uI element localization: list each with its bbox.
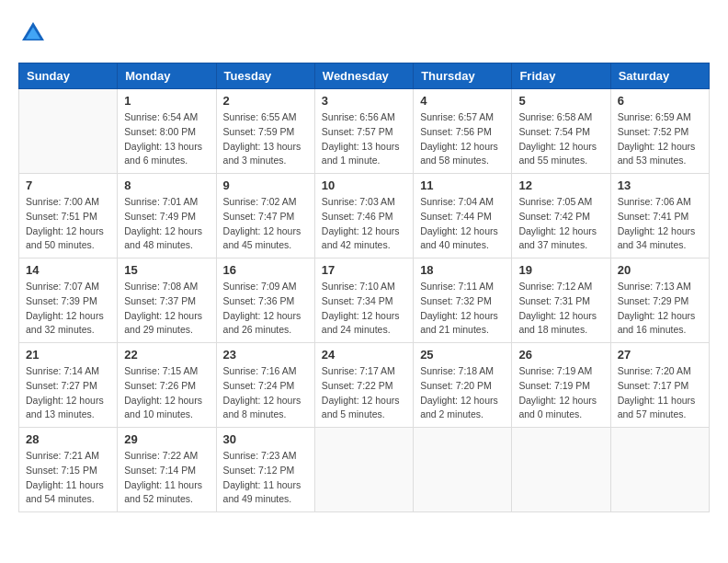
calendar-cell: 22Sunrise: 7:15 AMSunset: 7:26 PMDayligh… xyxy=(118,343,216,428)
calendar-cell: 6Sunrise: 6:59 AMSunset: 7:52 PMDaylight… xyxy=(610,89,709,174)
day-number: 20 xyxy=(618,263,702,277)
day-number: 17 xyxy=(322,263,406,277)
day-header-friday: Friday xyxy=(512,63,610,89)
day-info: Sunrise: 6:57 AMSunset: 7:56 PMDaylight:… xyxy=(420,110,505,168)
day-info: Sunrise: 7:05 AMSunset: 7:42 PMDaylight:… xyxy=(518,195,603,253)
calendar-cell: 3Sunrise: 6:56 AMSunset: 7:57 PMDaylight… xyxy=(314,89,413,174)
calendar-week-3: 14Sunrise: 7:07 AMSunset: 7:39 PMDayligh… xyxy=(19,259,710,343)
day-info: Sunrise: 7:18 AMSunset: 7:20 PMDaylight:… xyxy=(420,364,505,422)
day-info: Sunrise: 7:02 AMSunset: 7:47 PMDaylight:… xyxy=(223,195,308,253)
calendar-week-5: 28Sunrise: 7:21 AMSunset: 7:15 PMDayligh… xyxy=(19,428,710,512)
day-info: Sunrise: 7:08 AMSunset: 7:37 PMDaylight:… xyxy=(124,280,209,338)
day-number: 12 xyxy=(518,178,603,192)
calendar-cell: 25Sunrise: 7:18 AMSunset: 7:20 PMDayligh… xyxy=(414,343,512,428)
day-number: 16 xyxy=(223,263,308,277)
day-info: Sunrise: 7:01 AMSunset: 7:49 PMDaylight:… xyxy=(124,195,209,253)
calendar-cell: 21Sunrise: 7:14 AMSunset: 7:27 PMDayligh… xyxy=(19,343,118,428)
day-number: 4 xyxy=(420,94,505,108)
calendar-cell: 23Sunrise: 7:16 AMSunset: 7:24 PMDayligh… xyxy=(216,343,314,428)
day-info: Sunrise: 6:59 AMSunset: 7:52 PMDaylight:… xyxy=(618,110,702,168)
calendar-cell: 18Sunrise: 7:11 AMSunset: 7:32 PMDayligh… xyxy=(414,259,512,343)
calendar-cell: 10Sunrise: 7:03 AMSunset: 7:46 PMDayligh… xyxy=(314,174,413,259)
day-info: Sunrise: 7:06 AMSunset: 7:41 PMDaylight:… xyxy=(618,195,702,253)
calendar-cell: 27Sunrise: 7:20 AMSunset: 7:17 PMDayligh… xyxy=(610,343,709,428)
day-info: Sunrise: 7:20 AMSunset: 7:17 PMDaylight:… xyxy=(618,364,702,422)
day-header-tuesday: Tuesday xyxy=(216,63,314,89)
calendar-cell: 16Sunrise: 7:09 AMSunset: 7:36 PMDayligh… xyxy=(216,259,314,343)
day-number: 2 xyxy=(223,94,308,108)
calendar-cell: 30Sunrise: 7:23 AMSunset: 7:12 PMDayligh… xyxy=(216,428,314,512)
calendar-cell: 24Sunrise: 7:17 AMSunset: 7:22 PMDayligh… xyxy=(314,343,413,428)
day-info: Sunrise: 7:22 AMSunset: 7:14 PMDaylight:… xyxy=(124,449,209,507)
day-number: 8 xyxy=(124,178,209,192)
calendar-cell: 14Sunrise: 7:07 AMSunset: 7:39 PMDayligh… xyxy=(19,259,118,343)
day-info: Sunrise: 7:19 AMSunset: 7:19 PMDaylight:… xyxy=(518,364,603,422)
day-info: Sunrise: 7:21 AMSunset: 7:15 PMDaylight:… xyxy=(26,449,110,507)
day-number: 19 xyxy=(518,263,603,277)
day-info: Sunrise: 7:17 AMSunset: 7:22 PMDaylight:… xyxy=(322,364,406,422)
day-header-wednesday: Wednesday xyxy=(314,63,413,89)
day-info: Sunrise: 7:13 AMSunset: 7:29 PMDaylight:… xyxy=(618,280,702,338)
calendar-cell: 2Sunrise: 6:55 AMSunset: 7:59 PMDaylight… xyxy=(216,89,314,174)
calendar-cell: 19Sunrise: 7:12 AMSunset: 7:31 PMDayligh… xyxy=(512,259,610,343)
calendar-week-2: 7Sunrise: 7:00 AMSunset: 7:51 PMDaylight… xyxy=(19,174,710,259)
day-header-thursday: Thursday xyxy=(414,63,512,89)
day-info: Sunrise: 7:04 AMSunset: 7:44 PMDaylight:… xyxy=(420,195,505,253)
day-number: 1 xyxy=(124,94,209,108)
day-info: Sunrise: 7:07 AMSunset: 7:39 PMDaylight:… xyxy=(26,280,110,338)
day-number: 11 xyxy=(420,178,505,192)
calendar-cell: 29Sunrise: 7:22 AMSunset: 7:14 PMDayligh… xyxy=(118,428,216,512)
day-header-monday: Monday xyxy=(118,63,216,89)
calendar-cell: 28Sunrise: 7:21 AMSunset: 7:15 PMDayligh… xyxy=(19,428,118,512)
calendar-cell: 7Sunrise: 7:00 AMSunset: 7:51 PMDaylight… xyxy=(19,174,118,259)
day-number: 26 xyxy=(518,348,603,362)
day-number: 6 xyxy=(618,94,702,108)
calendar-cell: 12Sunrise: 7:05 AMSunset: 7:42 PMDayligh… xyxy=(512,174,610,259)
calendar-cell: 13Sunrise: 7:06 AMSunset: 7:41 PMDayligh… xyxy=(610,174,709,259)
day-number: 25 xyxy=(420,348,505,362)
day-info: Sunrise: 7:09 AMSunset: 7:36 PMDaylight:… xyxy=(223,280,308,338)
calendar-cell: 8Sunrise: 7:01 AMSunset: 7:49 PMDaylight… xyxy=(118,174,216,259)
day-info: Sunrise: 6:54 AMSunset: 8:00 PMDaylight:… xyxy=(124,110,209,168)
calendar-cell xyxy=(19,89,118,174)
day-number: 18 xyxy=(420,263,505,277)
day-info: Sunrise: 6:58 AMSunset: 7:54 PMDaylight:… xyxy=(518,110,603,168)
day-info: Sunrise: 6:56 AMSunset: 7:57 PMDaylight:… xyxy=(322,110,406,168)
calendar-cell: 9Sunrise: 7:02 AMSunset: 7:47 PMDaylight… xyxy=(216,174,314,259)
day-number: 14 xyxy=(26,263,110,277)
day-number: 30 xyxy=(223,432,308,446)
day-info: Sunrise: 7:11 AMSunset: 7:32 PMDaylight:… xyxy=(420,280,505,338)
calendar-cell: 4Sunrise: 6:57 AMSunset: 7:56 PMDaylight… xyxy=(414,89,512,174)
day-info: Sunrise: 7:00 AMSunset: 7:51 PMDaylight:… xyxy=(26,195,110,253)
calendar-cell: 20Sunrise: 7:13 AMSunset: 7:29 PMDayligh… xyxy=(610,259,709,343)
day-number: 29 xyxy=(124,432,209,446)
day-info: Sunrise: 7:23 AMSunset: 7:12 PMDaylight:… xyxy=(223,449,308,507)
day-info: Sunrise: 7:15 AMSunset: 7:26 PMDaylight:… xyxy=(124,364,209,422)
calendar-cell xyxy=(512,428,610,512)
day-header-sunday: Sunday xyxy=(19,63,118,89)
page-header xyxy=(18,18,710,48)
calendar-header-row: SundayMondayTuesdayWednesdayThursdayFrid… xyxy=(19,63,710,89)
calendar-week-1: 1Sunrise: 6:54 AMSunset: 8:00 PMDaylight… xyxy=(19,89,710,174)
day-number: 15 xyxy=(124,263,209,277)
day-number: 21 xyxy=(26,348,110,362)
day-number: 28 xyxy=(26,432,110,446)
calendar-table: SundayMondayTuesdayWednesdayThursdayFrid… xyxy=(18,63,710,512)
day-header-saturday: Saturday xyxy=(610,63,709,89)
day-info: Sunrise: 7:03 AMSunset: 7:46 PMDaylight:… xyxy=(322,195,406,253)
calendar-week-4: 21Sunrise: 7:14 AMSunset: 7:27 PMDayligh… xyxy=(19,343,710,428)
day-info: Sunrise: 7:16 AMSunset: 7:24 PMDaylight:… xyxy=(223,364,308,422)
calendar-cell: 15Sunrise: 7:08 AMSunset: 7:37 PMDayligh… xyxy=(118,259,216,343)
calendar-cell: 1Sunrise: 6:54 AMSunset: 8:00 PMDaylight… xyxy=(118,89,216,174)
day-number: 10 xyxy=(322,178,406,192)
day-number: 23 xyxy=(223,348,308,362)
day-info: Sunrise: 7:12 AMSunset: 7:31 PMDaylight:… xyxy=(518,280,603,338)
day-number: 3 xyxy=(322,94,406,108)
day-info: Sunrise: 6:55 AMSunset: 7:59 PMDaylight:… xyxy=(223,110,308,168)
day-number: 7 xyxy=(26,178,110,192)
day-number: 13 xyxy=(618,178,702,192)
calendar-cell xyxy=(610,428,709,512)
calendar-cell: 17Sunrise: 7:10 AMSunset: 7:34 PMDayligh… xyxy=(314,259,413,343)
calendar-cell xyxy=(414,428,512,512)
day-number: 5 xyxy=(518,94,603,108)
